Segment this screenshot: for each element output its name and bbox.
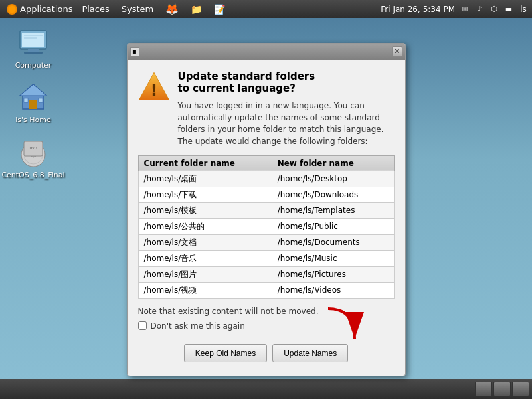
update-names-button[interactable]: Update Names (272, 344, 348, 362)
cell-old-name: /home/ls/音乐 (138, 250, 272, 266)
table-row: /home/ls/音乐/home/ls/Music (138, 250, 394, 266)
desktop: Applications Places System 🦊 📁 📝 Fri Jan… (0, 0, 532, 399)
cell-new-name: /home/ls/Templates (272, 202, 394, 218)
cell-new-name: /home/ls/Pictures (272, 266, 394, 282)
folder-table: Current folder name New folder name /hom… (138, 155, 395, 299)
cell-new-name: /home/ls/Desktop (272, 171, 394, 187)
col-current-header: Current folder name (138, 155, 272, 171)
table-row: /home/ls/文档/home/ls/Documents (138, 234, 394, 250)
table-row: /home/ls/公共的/home/ls/Public (138, 218, 394, 234)
folder-table-body: /home/ls/桌面/home/ls/Desktop/home/ls/下载/h… (138, 171, 394, 298)
red-arrow (315, 305, 368, 345)
dont-ask-checkbox[interactable] (138, 321, 147, 330)
table-row: /home/ls/视频/home/ls/Videos (138, 282, 394, 298)
cell-old-name: /home/ls/下载 (138, 187, 272, 202)
cell-new-name: /home/ls/Downloads (272, 187, 394, 202)
dialog-overlay: ▪ ✕ (0, 0, 532, 399)
keep-old-names-button[interactable]: Keep Old Names (184, 344, 267, 362)
cell-old-name: /home/ls/文档 (138, 234, 272, 250)
dialog-titlebar-icon: ▪ (130, 47, 139, 56)
dialog-content: ! Update standard folders to current lan… (128, 60, 405, 376)
cell-old-name: /home/ls/公共的 (138, 218, 272, 234)
warning-icon: ! (138, 70, 170, 104)
cell-old-name: /home/ls/图片 (138, 266, 272, 282)
cell-new-name: /home/ls/Music (272, 250, 394, 266)
cell-new-name: /home/ls/Documents (272, 234, 394, 250)
dialog-title-section: Update standard folders to current langu… (178, 70, 395, 147)
table-row: /home/ls/图片/home/ls/Pictures (138, 266, 394, 282)
cell-old-name: /home/ls/视频 (138, 282, 272, 298)
cell-old-name: /home/ls/模板 (138, 202, 272, 218)
dialog-header: ! Update standard folders to current lan… (138, 70, 395, 147)
dialog-titlebar: ▪ ✕ (128, 44, 405, 60)
cell-new-name: /home/ls/Videos (272, 282, 394, 298)
table-row: /home/ls/下载/home/ls/Downloads (138, 187, 394, 202)
table-row: /home/ls/模板/home/ls/Templates (138, 202, 394, 218)
dialog-close-button[interactable]: ✕ (392, 46, 402, 57)
cell-old-name: /home/ls/桌面 (138, 171, 272, 187)
dialog-title: Update standard folders to current langu… (178, 70, 395, 94)
dialog-description: You have logged in in a new language. Yo… (178, 100, 395, 147)
update-folders-dialog: ▪ ✕ (127, 43, 406, 376)
dialog-buttons: Keep Old Names Update Names (138, 339, 395, 365)
dont-ask-label[interactable]: Don't ask me this again (151, 321, 245, 331)
table-row: /home/ls/桌面/home/ls/Desktop (138, 171, 394, 187)
svg-text:!: ! (150, 81, 157, 100)
cell-new-name: /home/ls/Public (272, 218, 394, 234)
col-new-header: New folder name (272, 155, 394, 171)
